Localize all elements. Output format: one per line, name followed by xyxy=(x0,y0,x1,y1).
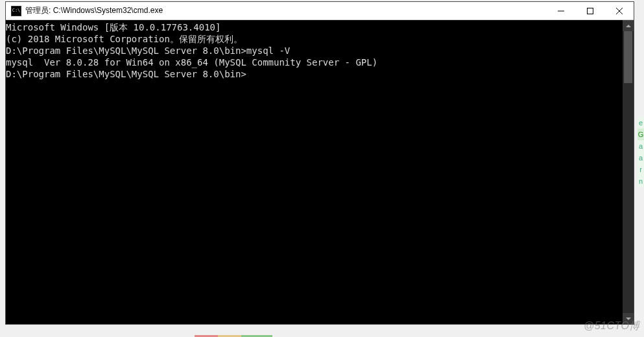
window-title: 管理员: C:\Windows\System32\cmd.exe xyxy=(25,5,546,16)
edge-letter: n xyxy=(638,175,644,187)
edge-letter: G xyxy=(638,129,644,140)
client-area: Microsoft Windows [版本 10.0.17763.4010](c… xyxy=(6,20,634,324)
scroll-thumb[interactable] xyxy=(624,31,632,83)
edge-letter: a xyxy=(638,140,644,152)
terminal-line: mysql Ver 8.0.28 for Win64 on x86_64 (My… xyxy=(6,56,623,68)
edge-letter: a xyxy=(638,152,644,164)
cmd-icon: C:\ xyxy=(11,6,21,16)
terminal-line: Microsoft Windows [版本 10.0.17763.4010] xyxy=(6,21,623,33)
svg-rect-1 xyxy=(587,8,593,14)
terminal-output[interactable]: Microsoft Windows [版本 10.0.17763.4010](c… xyxy=(6,20,623,324)
window-controls xyxy=(546,2,634,19)
titlebar[interactable]: C:\ 管理员: C:\Windows\System32\cmd.exe xyxy=(6,2,634,20)
close-button[interactable] xyxy=(604,2,634,19)
edge-letter: r xyxy=(638,164,644,175)
cmd-icon-text: C:\ xyxy=(12,8,21,13)
page-edge-strip: eGaarn xyxy=(638,117,644,208)
terminal-line: D:\Program Files\MySQL\MySQL Server 8.0\… xyxy=(6,45,623,56)
minimize-icon xyxy=(558,8,564,14)
maximize-icon xyxy=(587,8,593,14)
chevron-up-icon xyxy=(626,25,631,27)
cmd-window: C:\ 管理员: C:\Windows\System32\cmd.exe Mic… xyxy=(5,1,634,325)
terminal-line: D:\Program Files\MySQL\MySQL Server 8.0\… xyxy=(6,68,623,80)
scroll-up-button[interactable] xyxy=(623,20,634,31)
minimize-button[interactable] xyxy=(546,2,575,19)
close-icon xyxy=(616,8,623,14)
edge-letter: e xyxy=(638,117,644,129)
vertical-scrollbar[interactable] xyxy=(623,20,634,324)
scroll-down-button[interactable] xyxy=(623,313,634,324)
maximize-button[interactable] xyxy=(575,2,604,19)
terminal-line: (c) 2018 Microsoft Corporation。保留所有权利。 xyxy=(6,33,623,45)
chevron-down-icon xyxy=(626,318,631,320)
